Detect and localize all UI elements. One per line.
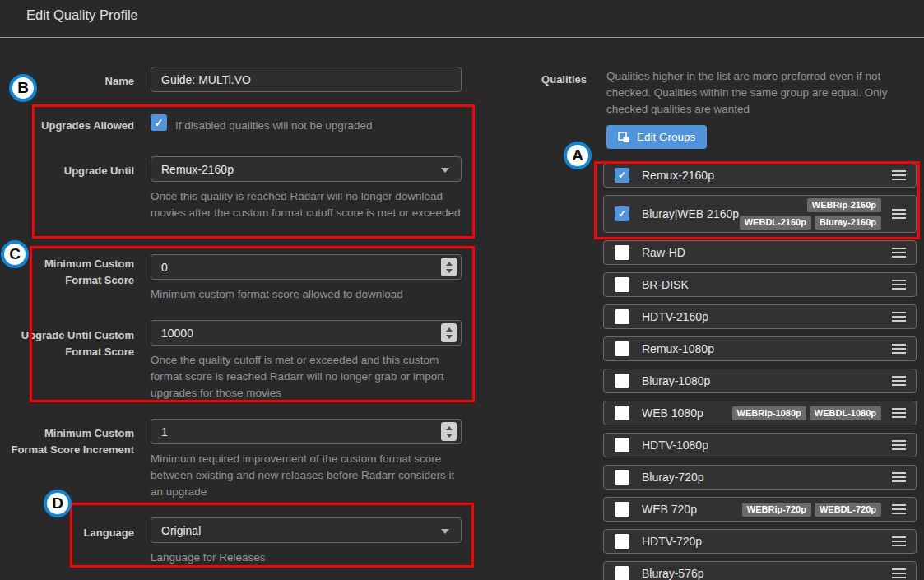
quality-list-item[interactable]: WEB 720p WEBRip-720pWEBDL-720p [603,497,917,522]
quality-name: WEB 1080p [642,406,703,420]
drag-handle-icon[interactable] [892,280,906,290]
quality-badges: WEBRip-2160pWEBDL-2160pBluray-2160p [739,198,881,230]
chevron-down-icon [441,168,449,173]
page-title: Edit Quality Profile [26,7,138,23]
quality-name: WEB 720p [642,503,697,516]
quality-badges: WEBRip-1080pWEBDL-1080p [732,406,881,420]
edit-groups-button-label: Edit Groups [637,131,695,143]
quality-list-item[interactable]: Bluray-1080p [603,369,917,393]
quality-name: Raw-HD [642,246,685,259]
upgrades-allowed-checkbox[interactable] [151,114,167,131]
drag-handle-icon[interactable] [892,248,906,258]
spinner-up-icon[interactable] [446,426,453,430]
quality-badges: WEBRip-720pWEBDL-720p [742,503,881,517]
quality-list-item[interactable]: WEB 1080p WEBRip-1080pWEBDL-1080p [603,401,917,425]
drag-handle-icon[interactable] [892,504,906,514]
annotation-marker-a: A [564,142,592,169]
spinner-down-icon[interactable] [446,269,453,273]
qualities-label: Qualities [535,73,587,86]
quality-list-item[interactable]: Remux-1080p [603,336,917,361]
quality-badge: WEBDL-720p [815,503,881,517]
drag-handle-icon[interactable] [892,568,906,578]
quality-name: BR-DISK [642,278,689,291]
upgrade-until-format-score-input[interactable] [151,320,462,346]
quality-list-item[interactable]: Bluray-576p [603,561,917,580]
quality-name: Remux-2160p [642,169,714,182]
min-format-score-increment-help: Minimum required improvement of the cust… [151,451,465,500]
quality-checkbox[interactable] [615,470,629,485]
quality-name: Bluray|WEB 2160p [642,207,739,220]
quality-name: Bluray-720p [642,471,704,484]
quality-name: HDTV-2160p [642,310,708,323]
quality-list-item[interactable]: Remux-2160p [603,163,917,188]
spinner-up-icon[interactable] [446,262,453,266]
drag-handle-icon[interactable] [892,344,906,354]
min-format-score-input[interactable] [151,254,462,280]
quality-badge: WEBRip-720p [742,503,811,517]
quality-list-item[interactable]: BR-DISK [603,272,917,297]
quality-name: HDTV-720p [642,535,702,548]
quality-checkbox[interactable] [615,206,629,221]
drag-handle-icon[interactable] [892,376,906,386]
quality-badge: WEBRip-1080p [732,406,806,420]
drag-handle-icon[interactable] [892,209,906,219]
upgrade-until-format-score-help: Once the quality cutoff is met or exceed… [151,352,465,401]
quality-name: Remux-1080p [642,342,714,355]
language-label: Language [11,525,134,541]
quality-list-item[interactable]: Bluray-720p [603,465,917,490]
quality-checkbox[interactable] [615,374,629,388]
language-value: Original [161,524,201,537]
number-spinner[interactable] [441,258,457,276]
quality-checkbox[interactable] [615,309,629,324]
quality-badge: WEBDL-2160p [740,216,811,230]
drag-handle-icon[interactable] [892,536,906,546]
chevron-down-icon [441,529,449,534]
quality-checkbox[interactable] [615,502,629,517]
edit-quality-profile-modal: Edit Quality Profile Name Upgrades Allow… [0,0,924,580]
min-format-score-increment-input[interactable] [151,419,462,444]
language-select[interactable]: Original [151,517,462,543]
drag-handle-icon[interactable] [892,170,906,180]
quality-list-item[interactable]: Raw-HD [603,240,917,265]
quality-checkbox[interactable] [615,245,629,260]
quality-checkbox[interactable] [615,566,629,580]
upgrades-allowed-label: Upgrades Allowed [11,118,134,134]
header-divider [0,37,924,38]
upgrade-until-select[interactable]: Remux-2160p [151,156,462,182]
quality-checkbox[interactable] [615,341,629,356]
annotation-marker-d: D [44,490,72,517]
edit-groups-icon [618,132,629,143]
quality-list-item[interactable]: HDTV-720p [603,529,917,554]
spinner-down-icon[interactable] [446,335,453,339]
quality-badge: WEBRip-2160p [807,198,881,212]
name-label: Name [11,73,134,90]
quality-checkbox[interactable] [615,277,629,292]
drag-handle-icon[interactable] [892,312,906,322]
upgrade-until-format-score-label: Upgrade Until Custom Format Score [11,327,134,360]
quality-checkbox[interactable] [615,168,629,183]
upgrades-allowed-help: If disabled qualities will not be upgrad… [175,118,463,134]
spinner-down-icon[interactable] [446,434,453,438]
quality-list: Remux-2160p Bluray|WEB 2160p WEBRip-2160… [603,163,917,580]
min-format-score-help: Minimum custom format score allowed to d… [151,286,465,303]
upgrade-until-help: Once this quality is reached Radarr will… [151,188,465,221]
quality-badge: WEBDL-1080p [810,406,881,420]
quality-checkbox[interactable] [615,406,629,420]
drag-handle-icon[interactable] [892,472,906,482]
edit-groups-button[interactable]: Edit Groups [606,125,707,149]
quality-name: Bluray-1080p [642,374,710,387]
number-spinner[interactable] [441,422,457,441]
quality-list-item[interactable]: HDTV-1080p [603,433,917,457]
drag-handle-icon[interactable] [892,408,906,418]
quality-badge: Bluray-2160p [815,216,881,230]
quality-list-item[interactable]: HDTV-2160p [603,304,917,329]
drag-handle-icon[interactable] [892,440,906,450]
quality-list-item[interactable]: Bluray|WEB 2160p WEBRip-2160pWEBDL-2160p… [603,195,917,233]
number-spinner[interactable] [441,323,457,342]
spinner-up-icon[interactable] [446,327,453,332]
quality-checkbox[interactable] [615,438,629,452]
quality-checkbox[interactable] [615,534,629,549]
name-input[interactable] [151,67,462,92]
min-format-score-increment-label: Minimum Custom Format Score Increment [11,425,134,457]
upgrade-until-label: Upgrade Until [11,163,134,179]
